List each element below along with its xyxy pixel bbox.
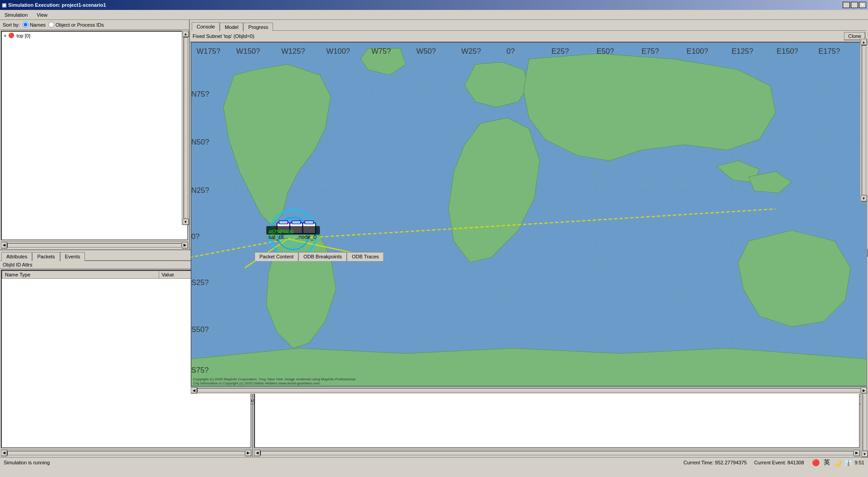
svg-text:W125?: W125?: [281, 47, 305, 56]
svg-text:E50?: E50?: [596, 47, 614, 56]
map-vscroll[interactable]: ▲ ▼: [860, 39, 867, 201]
svg-text:E150?: E150?: [777, 47, 798, 56]
map-vscroll-up[interactable]: ▲: [861, 39, 867, 45]
svg-rect-33: [292, 221, 301, 224]
tree-node-icon: 🔴: [8, 33, 14, 38]
tree-node-label: top [0]: [16, 33, 30, 38]
tray-icon-lang: 英: [822, 458, 831, 467]
map-container: W175? W150? W125? W100? W75? W50? W25? 0…: [191, 42, 867, 387]
hscroll-track[interactable]: [7, 243, 182, 248]
svg-text:E25?: E25?: [552, 47, 569, 56]
svg-text:W175?: W175?: [197, 47, 221, 56]
tree-expand-icon: +: [4, 33, 6, 38]
svg-text:W100?: W100?: [326, 47, 350, 56]
tray-icon-moon: 🌙: [833, 458, 842, 467]
sort-ids-radio[interactable]: Object or Process IDs: [48, 22, 104, 28]
tray-icon-1: 🔴: [811, 458, 821, 467]
svg-text:W25?: W25?: [462, 47, 481, 56]
status-message: Simulation is running: [4, 460, 50, 465]
attr-hscroll[interactable]: ◀ ▶: [1, 449, 251, 456]
tree-item-top[interactable]: + 🔴 top [0]: [2, 32, 187, 39]
map-hscroll-right[interactable]: ▶: [861, 387, 867, 393]
subnet-header: Fixed Subnet 'top' (ObjId=0) Clone: [190, 31, 868, 42]
maximize-button[interactable]: □: [851, 2, 858, 8]
sort-names-radio[interactable]: Names: [23, 22, 46, 28]
map-hscroll-track[interactable]: [197, 388, 861, 393]
tab-odb-traces[interactable]: ODB Traces: [347, 252, 384, 261]
map-vscroll-track[interactable]: [862, 45, 866, 195]
tab-odb-breakpoints[interactable]: ODB Breakpoints: [298, 252, 347, 261]
vscroll-track[interactable]: [184, 37, 188, 219]
current-time-display: Current Time: 952.27794375: [684, 460, 747, 465]
tab-progress[interactable]: Progress: [243, 23, 273, 31]
vscroll-down-btn[interactable]: ▼: [183, 219, 189, 225]
svg-rect-35: [305, 221, 313, 224]
hscroll-right-btn[interactable]: ▶: [182, 242, 188, 248]
tab-console[interactable]: Console: [192, 22, 220, 31]
title-bar: ▣ Simulation Execution: project1-scenari…: [0, 0, 868, 10]
packet-hscroll[interactable]: ◀ ▶: [254, 449, 860, 456]
world-map-svg: W175? W150? W125? W100? W75? W50? W25? 0…: [191, 42, 867, 386]
svg-rect-30: [279, 221, 288, 224]
sort-label: Sort by:: [3, 22, 20, 28]
svg-text:E175?: E175?: [818, 47, 840, 56]
map-vscroll-down[interactable]: ▼: [861, 195, 867, 201]
packet-hscroll-left[interactable]: ◀: [254, 450, 260, 456]
tree-hscroll[interactable]: ◀ ▶: [1, 241, 188, 248]
tab-attributes[interactable]: Attributes: [1, 252, 32, 261]
taskbar-time: 9:51: [855, 460, 864, 465]
map-tabs-bar: Console Model Progress: [190, 20, 868, 31]
svg-text:...node_0: ...node_0: [294, 234, 317, 240]
svg-text:sat_cli...: sat_cli...: [269, 234, 288, 240]
left-panel-vscroll[interactable]: ▲ ▼: [182, 31, 189, 225]
subnet-title: Fixed Subnet 'top' (ObjId=0): [193, 33, 255, 39]
svg-text:S75?: S75?: [191, 366, 209, 374]
svg-text:W150?: W150?: [236, 47, 260, 56]
menu-bar: Simulation View: [0, 10, 868, 20]
svg-text:E75?: E75?: [642, 47, 659, 56]
close-button[interactable]: ✕: [859, 2, 866, 8]
svg-text:0?: 0?: [506, 47, 514, 56]
tab-model[interactable]: Model: [220, 23, 243, 31]
status-bar: Simulation is running Current Time: 952.…: [0, 457, 868, 467]
svg-text:E100?: E100?: [687, 47, 708, 56]
tab-packets[interactable]: Packets: [32, 252, 60, 261]
tab-packet-content[interactable]: Packet Content: [255, 252, 298, 261]
svg-text:75630: 75630: [280, 229, 294, 234]
svg-text:N25?: N25?: [191, 186, 209, 195]
svg-text:S25?: S25?: [191, 278, 209, 287]
hscroll-left-btn[interactable]: ◀: [1, 242, 7, 248]
packet-hscroll-right[interactable]: ▶: [854, 450, 860, 456]
menu-simulation[interactable]: Simulation: [2, 11, 30, 19]
attr-hscroll-right[interactable]: ▶: [245, 450, 251, 456]
sort-bar: Sort by: Names Object or Process IDs: [0, 20, 189, 30]
attr-hscroll-track[interactable]: [7, 451, 245, 455]
vscroll-up-btn[interactable]: ▲: [183, 31, 189, 37]
left-panel: Sort by: Names Object or Process IDs + 🔴…: [0, 20, 190, 249]
svg-text:N50?: N50?: [191, 138, 209, 146]
packet-hscroll-track[interactable]: [260, 451, 854, 455]
col-name-type: Name Type: [2, 271, 159, 279]
svg-text:W75?: W75?: [371, 47, 391, 56]
sys-tray: 🔴 英 🌙 👔 9:51: [811, 458, 864, 467]
attr-hscroll-left[interactable]: ◀: [1, 450, 7, 456]
right-panel: Console Model Progress Fixed Subnet 'top…: [190, 20, 868, 249]
svg-text:W50?: W50?: [416, 47, 436, 56]
packet-vscroll-down[interactable]: ▼: [862, 451, 868, 457]
tree-area: + 🔴 top [0]: [1, 31, 188, 240]
tray-icon-shirt: 👔: [844, 458, 853, 467]
svg-text:S50?: S50?: [191, 325, 209, 334]
svg-text:0?: 0?: [191, 232, 199, 241]
current-event-display: Current Event: 841308: [754, 460, 804, 465]
menu-view[interactable]: View: [34, 11, 50, 19]
app-icon: ▣: [2, 2, 6, 8]
map-hscroll-left[interactable]: ◀: [191, 387, 197, 393]
svg-text:E125?: E125?: [731, 47, 753, 56]
tab-events[interactable]: Events: [60, 252, 85, 261]
map-hscroll[interactable]: ◀ ▶: [191, 387, 867, 394]
minimize-button[interactable]: _: [843, 2, 850, 8]
window-title: Simulation Execution: project1-scenario1: [8, 2, 106, 8]
svg-text:N75?: N75?: [191, 90, 209, 98]
